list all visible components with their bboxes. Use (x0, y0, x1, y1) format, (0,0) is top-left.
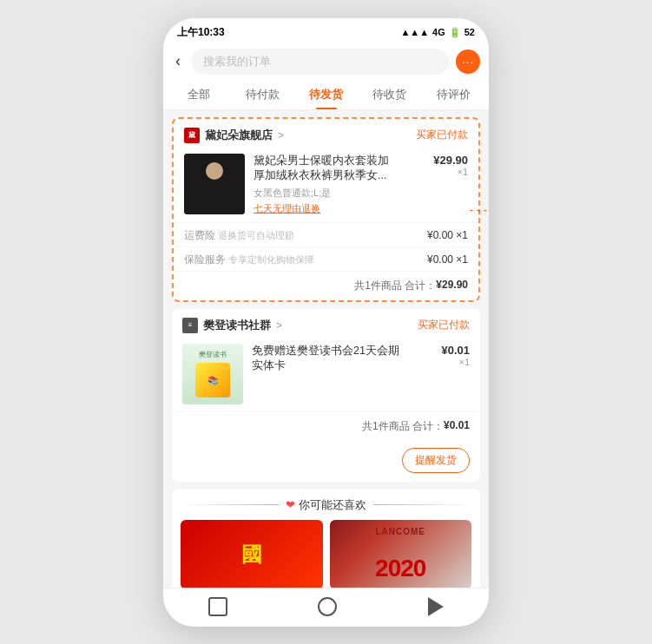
product2-qty: ×1 (458, 357, 470, 367)
circle-icon (318, 597, 337, 616)
store2-icon: ≡ (182, 318, 198, 333)
order2-total-text: 共1件商品 合计： (362, 419, 444, 434)
store2-name: 樊登读书社群 (203, 318, 271, 333)
tabs-bar: 全部 待付款 待发货 待收货 待评价 (163, 80, 489, 110)
signal-icon: ▲▲▲ (400, 27, 429, 37)
menu-dots-icon: ··· (462, 55, 475, 69)
tab-pending-review[interactable]: 待评价 (422, 80, 485, 109)
store1-info: 黛 黛妃朵旗舰店 > (184, 128, 284, 143)
heart-icon: ❤ (286, 498, 295, 511)
promo-label: 你可能还喜欢 (299, 497, 366, 513)
promo-text: ❤ 你可能还喜欢 (286, 497, 366, 513)
triangle-icon (428, 597, 444, 616)
content-area: 黛 黛妃朵旗舰店 > 买家已付款 黛妃朵男士保暖内衣套装加厚加绒秋衣秋裤男秋季女… (163, 110, 489, 588)
status-bar: 上午10:33 ▲▲▲ 4G 🔋 52 (163, 18, 489, 43)
square-icon (208, 597, 227, 616)
battery-level: 52 (464, 27, 475, 37)
order1-product-row: 黛妃朵男士保暖内衣套装加厚加绒秋衣秋裤男秋季女... 女黑色普通款;L;是 七天… (174, 150, 478, 222)
promo-line-left (181, 504, 279, 505)
store1-name: 黛妃朵旗舰店 (205, 128, 273, 143)
extra1-sublabel: 退换货可自动理赔 (218, 230, 294, 240)
product1-price-wrap: ¥29.90 ×1 (407, 154, 468, 177)
product1-qty: ×1 (457, 167, 468, 177)
product2-price-wrap: ¥0.01 ×1 (409, 344, 470, 367)
product1-spec: 女黑色普通款;L;是 (254, 187, 398, 200)
order2-product-row: 樊登读书 📚 免费赠送樊登读书会21天会期实体卡 ¥0.01 ×1 (172, 340, 480, 411)
lancome-brand: LANCOME (375, 527, 425, 536)
tab-pending-ship[interactable]: 待发货 (294, 80, 358, 109)
order1-extra1: 运费险 退换货可自动理赔 ¥0.00 ×1 (174, 222, 478, 246)
product1-image (184, 154, 245, 214)
product1-tag[interactable]: 七天无理由退换 (254, 202, 398, 215)
product2-details: 免费赠送樊登读书会21天会期实体卡 (252, 344, 400, 374)
order1-total: 共1件商品 合计： ¥29.90 (174, 271, 478, 300)
phone-frame: 上午10:33 ▲▲▲ 4G 🔋 52 ‹ 搜索我的订单 ··· 全部 待付款 … (163, 18, 489, 627)
menu-button[interactable]: ··· (456, 49, 480, 74)
order2-total-amount: ¥0.01 (444, 419, 470, 434)
order2-actions: 提醒发货 (172, 441, 480, 482)
order1-total-text: 共1件商品 合计： (354, 279, 436, 293)
bottom-nav (163, 588, 489, 627)
product1-price: ¥29.90 (433, 154, 468, 167)
extra2-sublabel: 专享定制化购物保障 (228, 254, 314, 265)
promo-image-1[interactable]: 國 (181, 520, 323, 588)
promo-image-2[interactable]: LANCOME 2020 (330, 520, 472, 588)
extra2-price: ¥0.00 ×1 (427, 253, 468, 266)
status-icons: ▲▲▲ 4G 🔋 52 (400, 27, 475, 38)
order-card-2: ≡ 樊登读书社群 > 买家已付款 樊登读书 📚 (172, 309, 480, 482)
search-bar-area: ‹ 搜索我的订单 ··· (163, 43, 489, 80)
extra2-price-wrap: ¥0.00 ×1 (427, 251, 468, 266)
helper-arrow-icon: - - -→ (470, 203, 489, 216)
store2-info: ≡ 樊登读书社群 > (182, 318, 282, 333)
order2-header: ≡ 樊登读书社群 > 买家已付款 (172, 309, 480, 340)
lancome-year: 2020 (375, 555, 425, 582)
store2-arrow[interactable]: > (276, 319, 282, 332)
extra1-price-wrap: ¥0.00 ×1 (427, 227, 468, 242)
product2-name: 免费赠送樊登读书会21天会期实体卡 (252, 344, 400, 374)
promo-images: 國 LANCOME 2020 (181, 513, 471, 588)
extra1-name: 运费险 (184, 229, 218, 241)
product2-image: 樊登读书 📚 (182, 344, 243, 404)
order1-container: 黛 黛妃朵旗舰店 > 买家已付款 黛妃朵男士保暖内衣套装加厚加绒秋衣秋裤男秋季女… (172, 117, 480, 302)
remind-ship-button[interactable]: 提醒发货 (402, 448, 470, 473)
order2-status: 买家已付款 (418, 318, 470, 332)
search-placeholder: 搜索我的订单 (203, 54, 271, 69)
status-time: 上午10:33 (177, 25, 225, 40)
book-cover: 樊登读书 📚 (182, 344, 243, 404)
product1-details: 黛妃朵男士保暖内衣套装加厚加绒秋衣秋裤男秋季女... 女黑色普通款;L;是 七天… (254, 154, 398, 215)
extra2-label: 保险服务 专享定制化购物保障 (184, 251, 314, 267)
battery-icon: 🔋 (449, 27, 461, 38)
nav-square-button[interactable] (208, 597, 227, 616)
product2-price: ¥0.01 (441, 344, 470, 357)
order2-total: 共1件商品 合计： ¥0.01 (172, 411, 480, 441)
store1-arrow[interactable]: > (278, 129, 284, 141)
product1-name: 黛妃朵男士保暖内衣套装加厚加绒秋衣秋裤男秋季女... (254, 154, 398, 184)
promo-section: ❤ 你可能还喜欢 國 LANCOME 2020 (172, 489, 480, 588)
promo-line-right (373, 504, 471, 505)
order1-total-amount: ¥29.90 (436, 279, 468, 293)
person-silhouette (184, 154, 245, 214)
order1-header: 黛 黛妃朵旗舰店 > 买家已付款 (174, 119, 478, 150)
tab-all[interactable]: 全部 (167, 80, 230, 109)
promo-img1-label: 國 (241, 541, 262, 568)
signal-type: 4G (432, 27, 445, 37)
order2-container: ≡ 樊登读书社群 > 买家已付款 樊登读书 📚 (172, 309, 480, 482)
nav-back-button[interactable] (428, 597, 444, 616)
order-card-1: 黛 黛妃朵旗舰店 > 买家已付款 黛妃朵男士保暖内衣套装加厚加绒秋衣秋裤男秋季女… (172, 117, 480, 302)
promo-header: ❤ 你可能还喜欢 (181, 497, 471, 513)
nav-circle-button[interactable] (318, 597, 337, 616)
extra2-name: 保险服务 (184, 253, 228, 266)
back-button[interactable]: ‹ (172, 50, 184, 72)
tab-pending-receive[interactable]: 待收货 (358, 80, 421, 109)
store1-icon: 黛 (184, 128, 200, 143)
order1-extra2: 保险服务 专享定制化购物保障 ¥0.00 ×1 (174, 246, 478, 271)
extra1-label: 运费险 退换货可自动理赔 (184, 227, 294, 243)
helper-label-wrap: - - -→ 帮群友代拍 (470, 200, 489, 220)
extra1-price: ¥0.00 ×1 (427, 229, 468, 241)
order1-status: 买家已付款 (416, 128, 468, 142)
search-input-wrap[interactable]: 搜索我的订单 (191, 49, 449, 75)
tab-pending-pay[interactable]: 待付款 (230, 80, 293, 109)
